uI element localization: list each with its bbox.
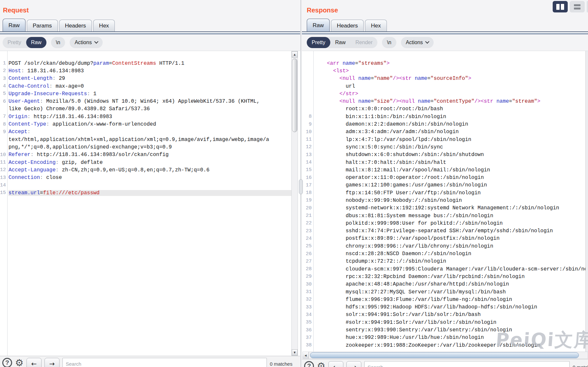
- next-match-button[interactable]: →: [44, 358, 60, 367]
- editor-line: 4Cache-Control: max-age=0: [0, 82, 291, 90]
- line-number: 2: [0, 68, 6, 74]
- line-number: 25: [302, 243, 312, 249]
- line-text: Content-Length: 29: [9, 76, 291, 81]
- line-number: 19: [302, 198, 312, 203]
- editor-line: <null name="name"/><str name="sourceInfo…: [302, 75, 588, 82]
- match-count: 0 matches: [270, 358, 298, 367]
- editor-line: 10Referer: http://118.31.46.134:8983/sol…: [0, 151, 291, 159]
- line-number: 1: [0, 61, 6, 66]
- line-text: bin:x:1:1:bin:/bin:/sbin/nologin: [314, 114, 588, 120]
- tab-headers[interactable]: Headers: [331, 20, 364, 32]
- scroll-down-icon[interactable]: ▼: [292, 349, 298, 356]
- line-number: 13: [0, 175, 6, 181]
- response-horizontal-scrollbar[interactable]: ◄: [303, 352, 588, 359]
- editor-line: 3Content-Length: 29: [0, 75, 291, 82]
- gutter-divider: [313, 51, 314, 356]
- search-input[interactable]: [364, 361, 570, 367]
- line-text: rpc:x:32:32:Rpcbind Daemon:/var/lib/rpcb…: [314, 274, 588, 280]
- editor-line: 15 mail:x:8:12:mail:/var/spool/mail:/sbi…: [302, 166, 588, 174]
- line-number: 31: [302, 289, 312, 295]
- scrollbar-thumb[interactable]: [310, 352, 579, 358]
- line-number: 16: [302, 175, 312, 181]
- line-text: sshd:x:74:74:Privilege-separated SSH:/va…: [314, 228, 588, 234]
- editor-line: 21 dbus:x:81:81:System message bus:/:/sb…: [302, 212, 588, 219]
- scrollbar-thumb[interactable]: [292, 59, 297, 132]
- line-text: Accept:: [9, 129, 291, 135]
- line-text: <null name="size"/><null name="contentTy…: [314, 98, 588, 104]
- request-editor[interactable]: 1POST /solr/ckan/debug/dump?param=Conten…: [0, 51, 300, 356]
- splitter-handle[interactable]: [299, 179, 303, 194]
- gear-icon[interactable]: ⚙: [15, 358, 24, 367]
- view-mode-group: Pretty Raw Render: [307, 37, 377, 48]
- search-input[interactable]: [62, 358, 267, 367]
- help-icon[interactable]: ?: [2, 358, 12, 367]
- editor-line: 31 mysql:x:27:27:MySQL Server:/var/lib/m…: [302, 288, 588, 296]
- line-text: operator:x:11:0:operator:/root:/sbin/nol…: [314, 175, 588, 181]
- raw-button[interactable]: Raw: [26, 37, 46, 48]
- scroll-left-icon[interactable]: ◄: [303, 352, 309, 358]
- columns-layout-icon[interactable]: [553, 1, 568, 12]
- response-subtoolbar: Pretty Raw Render \n Actions: [307, 37, 434, 48]
- line-number: 7: [0, 114, 6, 119]
- line-number: 29: [302, 274, 312, 279]
- editor-line: 22 polkitd:x:999:998:User for polkitd:/:…: [302, 219, 588, 227]
- editor-line: 8Content-Type: application/x-www-form-ur…: [0, 120, 291, 128]
- line-number: 4: [0, 83, 6, 89]
- raw-button[interactable]: Raw: [330, 37, 351, 48]
- editor-line: 23 sshd:x:74:74:Privilege-separated SSH:…: [302, 227, 588, 235]
- rows-layout-icon[interactable]: [570, 1, 585, 12]
- help-icon[interactable]: ?: [304, 361, 314, 367]
- line-number: 35: [302, 320, 312, 325]
- editor-line: 24 postfix:x:89:89::/var/spool/postfix:/…: [302, 235, 588, 242]
- chevron-down-icon: [425, 39, 429, 44]
- line-text: <lst>: [314, 68, 588, 74]
- line-text: postfix:x:89:89::/var/spool/postfix:/sbi…: [314, 236, 588, 241]
- editor-line: 13 shutdown:x:6:0:shutdown:/sbin:/sbin/s…: [302, 151, 588, 159]
- line-text: Accept-Encoding: gzip, deflate: [9, 160, 291, 166]
- previous-match-button[interactable]: ←: [26, 358, 42, 367]
- line-number: 14: [0, 183, 6, 188]
- gear-icon[interactable]: ⚙: [317, 361, 325, 367]
- editor-line: 11Accept-Encoding: gzip, deflate: [0, 159, 291, 166]
- tab-hex[interactable]: Hex: [93, 20, 115, 32]
- editor-line: 26 nscd:x:28:28:NSCD Daemon:/:/sbin/nolo…: [302, 250, 588, 257]
- next-match-button[interactable]: →: [346, 361, 361, 367]
- line-number: 5: [0, 91, 6, 96]
- tab-raw[interactable]: Raw: [3, 19, 26, 32]
- request-vertical-scrollbar[interactable]: ▲ ▼: [291, 51, 298, 356]
- line-text: Referer: http://118.31.46.134:8983/solr/…: [9, 152, 291, 158]
- clipped-layout-button[interactable]: [587, 1, 588, 12]
- line-text: text/html,application/xhtml+xml,applicat…: [9, 137, 291, 143]
- line-text: polkitd:x:999:998:User for polkitd:/:/sb…: [314, 220, 588, 226]
- tab-raw[interactable]: Raw: [307, 19, 330, 32]
- editor-line: 19 nobody:x:99:99:Nobody:/:/sbin/nologin: [302, 197, 588, 204]
- line-text: Host: 118.31.46.134:8983: [9, 68, 291, 74]
- editor-line: 25 chrony:x:998:996::/var/lib/chrony:/sb…: [302, 242, 588, 250]
- tab-headers[interactable]: Headers: [59, 20, 92, 32]
- previous-match-button[interactable]: ←: [328, 361, 343, 367]
- response-editor[interactable]: <arr name="streams"> <lst> <null name="n…: [302, 51, 588, 356]
- editor-line: 30 apache:x:48:48:Apache:/usr/share/http…: [302, 281, 588, 288]
- response-vertical-scrollbar[interactable]: [585, 51, 588, 356]
- tab-params[interactable]: Params: [27, 20, 58, 32]
- editor-line: 5Upgrade-Insecure-Requests: 1: [0, 90, 291, 97]
- response-title: Response: [307, 7, 338, 14]
- line-text: halt:x:7:0:halt:/sbin:/sbin/halt: [314, 160, 588, 166]
- line-number: 12: [0, 167, 6, 173]
- editor-line: 27 tcpdump:x:72:72::/:/sbin/nologin: [302, 258, 588, 265]
- newline-toggle-button[interactable]: \n: [51, 37, 65, 48]
- editor-line: 29 rpc:x:32:32:Rpcbind Daemon:/var/lib/r…: [302, 273, 588, 280]
- request-search-bar: ? ⚙ ← → 0 matches: [0, 356, 300, 367]
- tab-hex[interactable]: Hex: [365, 20, 387, 32]
- render-button[interactable]: Render: [351, 37, 377, 48]
- newline-toggle-button[interactable]: \n: [382, 37, 396, 48]
- actions-button[interactable]: Actions: [70, 37, 102, 48]
- line-text: apache:x:48:48:Apache:/usr/share/httpd:/…: [314, 281, 588, 287]
- pretty-button[interactable]: Pretty: [3, 37, 26, 48]
- actions-button[interactable]: Actions: [401, 37, 434, 48]
- pretty-button[interactable]: Pretty: [307, 37, 330, 48]
- scroll-up-icon[interactable]: ▲: [292, 51, 298, 58]
- editor-line: 35 #solr:x:994:991:Solr:/var/lib/solr:/s…: [302, 319, 588, 326]
- line-text: shutdown:x:6:0:shutdown:/sbin:/sbin/shut…: [314, 152, 588, 158]
- line-number: 32: [302, 297, 312, 302]
